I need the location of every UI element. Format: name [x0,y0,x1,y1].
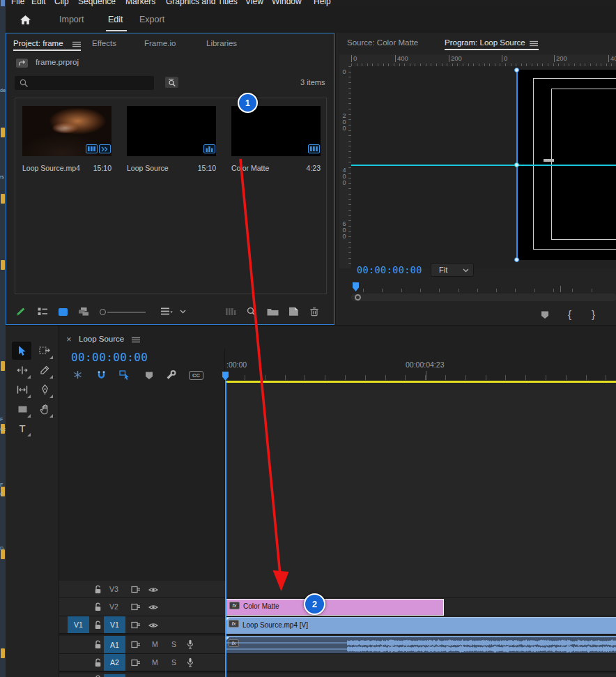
timeline-ruler[interactable] [225,370,616,381]
monitor-scrub-handle[interactable] [355,294,361,301]
horizontal-guide[interactable] [351,165,616,166]
solo-button[interactable]: S [171,640,176,648]
new-bin-icon[interactable] [267,307,279,316]
tab-import[interactable]: Import [59,15,84,24]
monitor-scrollbar[interactable] [351,294,616,301]
menu-edit[interactable]: Edit [31,0,46,6]
nest-insert-icon[interactable] [73,370,82,379]
breadcrumb[interactable]: frame.prproj [36,58,79,66]
tab-program-monitor[interactable]: Program: Loop Source [445,38,525,47]
tab-source-monitor[interactable]: Source: Color Matte [347,38,418,47]
clip-loop-source-audio[interactable]: fx [225,636,616,653]
timeline-tab[interactable]: Loop Source [79,335,124,343]
program-viewer[interactable] [351,66,616,268]
tool-hand[interactable] [36,400,54,418]
source-patch-v1[interactable]: V1 [68,616,89,633]
tab-effects[interactable]: Effects [92,39,116,47]
item-name[interactable]: Color Matte [231,164,269,172]
track-label-v2[interactable]: V2 [109,602,118,611]
timeline-timecode[interactable]: 00:00:00:00 [71,351,148,364]
solo-button[interactable]: S [171,658,176,667]
panel-menu-icon[interactable] [72,41,81,47]
mute-button[interactable]: M [152,640,158,648]
search-box[interactable] [15,76,154,90]
sync-lock-icon[interactable] [131,641,141,648]
sort-icon[interactable] [161,307,173,316]
menu-window[interactable]: Window [272,0,302,6]
search-input[interactable] [31,77,153,90]
tab-libraries[interactable]: Libraries [206,39,237,47]
track-label-v3[interactable]: V3 [109,585,118,593]
menu-help[interactable]: Help [314,0,331,6]
tool-slip[interactable] [13,381,31,399]
new-item-icon[interactable] [288,307,299,316]
chevron-down-icon[interactable] [180,310,186,314]
tool-rectangle[interactable] [13,400,31,418]
close-icon[interactable]: × [66,334,72,344]
tool-track-select[interactable] [36,342,54,360]
mute-button[interactable]: M [152,658,158,667]
add-marker-icon[interactable] [541,310,549,319]
track-label-a3[interactable] [104,674,125,677]
sync-lock-icon[interactable] [131,586,141,593]
clip-color-matte[interactable]: fx Color Matte [225,599,444,616]
tool-ripple-edit[interactable] [13,361,31,379]
home-button[interactable] [9,6,42,33]
project-item-color-matte[interactable]: Color Matte 4:23 [231,106,321,176]
tab-project[interactable]: Project: frame [13,39,63,47]
project-item-loop-source-sequence[interactable]: Loop Source 15:10 [127,106,216,176]
mark-in-icon[interactable]: { [568,308,571,320]
menu-view[interactable]: View [245,0,263,6]
clip-loop-source-video[interactable]: fx Loop Source.mp4 [V] [225,617,616,634]
track-output-eye-icon[interactable] [148,622,158,629]
zoom-level-select[interactable]: Fit [431,263,474,277]
lock-icon[interactable] [94,658,102,667]
track-output-eye-icon[interactable] [148,586,158,593]
timeline-settings-wrench-icon[interactable] [166,370,176,380]
panel-menu-icon[interactable] [132,337,140,343]
monitor-mini-timeline[interactable] [351,282,616,294]
guide-handle-cross[interactable] [514,162,519,167]
sync-lock-icon[interactable] [131,621,141,629]
tab-edit[interactable]: Edit [108,15,123,24]
list-view-icon[interactable] [38,307,47,316]
icon-view-icon[interactable] [59,308,68,316]
guide-handle-bottom[interactable] [514,257,519,262]
track-label-v1[interactable]: V1 [104,616,125,633]
program-timecode[interactable]: 00:00:00:00 [357,264,422,275]
tool-type[interactable]: T [13,419,31,437]
track-label-a1[interactable]: A1 [104,636,125,653]
guide-handle-top[interactable] [514,68,519,73]
timeline-playhead-line[interactable] [225,381,226,677]
project-item-loop-source-mp4[interactable]: Loop Source.mp4 15:10 [22,106,111,176]
voiceover-mic-icon[interactable] [187,639,194,649]
lock-icon[interactable] [94,621,102,630]
freeform-view-icon[interactable] [78,307,89,317]
menu-clip[interactable]: Clip [54,0,69,6]
tool-pen[interactable] [36,381,54,399]
captions-button[interactable]: CC [189,371,203,380]
panel-menu-icon[interactable] [530,40,538,47]
snap-magnet-icon[interactable] [97,370,106,379]
tool-selection[interactable] [12,342,31,360]
item-name[interactable]: Loop Source [127,164,169,172]
navigate-up-icon[interactable] [16,59,28,68]
track-output-eye-icon[interactable] [148,604,158,611]
menu-file[interactable]: File [11,0,24,6]
tab-frameio[interactable]: Frame.io [144,39,176,47]
timeline-empty-area[interactable] [225,383,616,581]
find-icon[interactable] [247,307,256,317]
menu-graphics-titles[interactable]: Graphics and Titles [166,0,238,6]
item-name[interactable]: Loop Source.mp4 [22,164,80,172]
zoom-slider-handle[interactable] [100,309,106,315]
mark-out-icon[interactable]: } [592,308,595,320]
find-in-bin-button[interactable] [165,77,178,88]
lock-icon[interactable] [94,602,102,611]
tab-export[interactable]: Export [139,15,164,24]
lock-icon[interactable] [94,585,102,594]
add-marker-icon[interactable] [145,371,153,380]
voiceover-mic-icon[interactable] [187,657,194,667]
sync-lock-icon[interactable] [131,603,141,611]
automate-to-sequence-icon[interactable] [225,307,237,316]
linked-selection-icon[interactable] [119,370,130,380]
